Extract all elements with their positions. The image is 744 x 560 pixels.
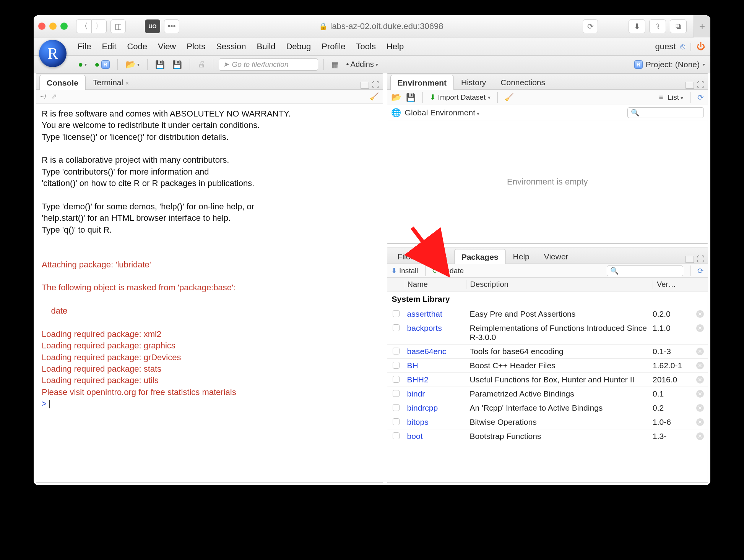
downloads-button[interactable]: ⬇ [629, 19, 645, 33]
pane-max-icon[interactable]: ⛶ [697, 255, 705, 264]
package-row[interactable]: BHH2Useful Functions for Box, Hunter and… [387, 372, 708, 387]
pkg-checkbox[interactable] [393, 376, 400, 383]
env-search-input[interactable]: 🔍 [627, 107, 704, 118]
window-zoom-button[interactable] [60, 23, 68, 30]
pkg-checkbox[interactable] [393, 432, 400, 439]
package-row[interactable]: bootBootstrap Functions1.3-✕ [387, 429, 708, 443]
pkg-name-link[interactable]: assertthat [405, 309, 466, 319]
pkg-name-link[interactable]: bindrcpp [405, 403, 466, 413]
pkg-checkbox[interactable] [393, 418, 400, 425]
save-workspace-button[interactable]: 💾 [406, 93, 416, 102]
goto-file-function-input[interactable]: ➤ Go to file/function [219, 58, 318, 71]
remove-pkg-button[interactable]: ✕ [696, 310, 704, 318]
list-mode-dropdown[interactable]: List [668, 93, 683, 102]
more-button[interactable]: ••• [164, 19, 179, 33]
package-row[interactable]: backportsReimplementations of Functions … [387, 321, 708, 344]
grid-icon[interactable]: ▦ [329, 59, 341, 70]
pkg-name-link[interactable]: base64enc [405, 347, 466, 356]
remove-pkg-button[interactable]: ✕ [696, 324, 704, 332]
console-popout-icon[interactable]: ⇗ [51, 92, 57, 101]
remove-pkg-button[interactable]: ✕ [696, 404, 704, 412]
pane-min-button[interactable] [361, 82, 369, 89]
menu-session[interactable]: Session [216, 42, 246, 52]
new-file-button[interactable]: ●▾ [76, 59, 89, 70]
package-row[interactable]: base64encTools for base64 encoding0.1-3✕ [387, 344, 708, 358]
pkg-checkbox[interactable] [393, 362, 400, 369]
menu-help[interactable]: Help [387, 42, 404, 52]
menu-plots[interactable]: Plots [187, 42, 205, 52]
menu-code[interactable]: Code [127, 42, 147, 52]
close-icon[interactable]: × [125, 80, 129, 86]
tab-environment[interactable]: Environment [390, 75, 454, 90]
pkg-name-link[interactable]: boot [405, 432, 466, 441]
pane-max-icon[interactable]: ⛶ [697, 81, 705, 89]
menu-profile[interactable]: Profile [322, 42, 345, 52]
reload-button[interactable]: ⟳ [583, 19, 598, 33]
remove-pkg-button[interactable]: ✕ [696, 362, 704, 369]
save-button[interactable]: 💾 [153, 59, 167, 70]
pkg-name-link[interactable]: BHH2 [405, 375, 466, 384]
pkg-checkbox[interactable] [393, 348, 400, 354]
import-dataset-button[interactable]: ⬇ Import Dataset [430, 93, 491, 102]
menu-debug[interactable]: Debug [286, 42, 311, 52]
new-tab-button[interactable]: + [694, 15, 710, 37]
tab-console[interactable]: Console [39, 75, 86, 90]
pane-max-icon[interactable]: ⛶ [372, 81, 380, 89]
tabs-button[interactable]: ⧉ [670, 19, 687, 33]
pkg-table-body[interactable]: System Library assertthatEasy Pre and Po… [387, 291, 708, 482]
pkg-name-link[interactable]: bindr [405, 389, 466, 398]
window-close-button[interactable] [38, 23, 45, 30]
tab-plots[interactable]: Plots [422, 249, 454, 264]
address-bar[interactable]: 🔒 labs-az-02.oit.duke.edu:30698 [319, 21, 443, 31]
package-row[interactable]: bindrcppAn 'Rcpp' Interface to Active Bi… [387, 401, 708, 415]
pkg-checkbox[interactable] [393, 390, 400, 397]
remove-pkg-button[interactable]: ✕ [696, 418, 704, 426]
tab-viewer[interactable]: Viewer [537, 249, 576, 264]
open-file-button[interactable]: 📂▾ [123, 59, 142, 70]
addins-dropdown[interactable]: • Addins [344, 59, 380, 70]
package-row[interactable]: bitopsBitwise Operations1.0-6✕ [387, 415, 708, 429]
pkg-checkbox[interactable] [393, 324, 400, 331]
clear-env-button[interactable]: 🧹 [505, 93, 514, 102]
tab-files[interactable]: Files [390, 249, 422, 264]
new-project-button[interactable]: ●R [92, 59, 112, 70]
remove-pkg-button[interactable]: ✕ [696, 390, 704, 398]
tab-history[interactable]: History [454, 74, 493, 89]
print-button[interactable]: 🖨 [195, 59, 208, 70]
refresh-pkg-button[interactable]: ⟳ [697, 266, 704, 275]
menu-file[interactable]: File [78, 42, 91, 52]
signout-icon[interactable]: ⎋ [680, 42, 685, 52]
load-workspace-button[interactable]: 📂 [391, 92, 401, 102]
console-output[interactable]: R is free software and comes with ABSOLU… [36, 104, 383, 482]
pane-min-button[interactable] [686, 82, 694, 89]
pkg-name-link[interactable]: BH [405, 361, 466, 370]
pkg-name-link[interactable]: backports [405, 324, 466, 333]
window-minimize-button[interactable] [49, 23, 57, 30]
menu-build[interactable]: Build [257, 42, 275, 52]
tab-help[interactable]: Help [506, 249, 537, 264]
package-row[interactable]: BHBoost C++ Header Files1.62.0-1✕ [387, 358, 708, 372]
package-row[interactable]: assertthatEasy Pre and Post Assertions0.… [387, 307, 708, 321]
share-button[interactable]: ⇪ [649, 19, 666, 33]
tab-connections[interactable]: Connections [493, 74, 552, 89]
menu-tools[interactable]: Tools [356, 42, 376, 52]
browser-forward-button[interactable]: 〉 [91, 19, 107, 33]
pane-min-button[interactable] [686, 256, 694, 263]
refresh-env-button[interactable]: ⟳ [697, 93, 704, 102]
remove-pkg-button[interactable]: ✕ [696, 432, 704, 440]
tab-packages[interactable]: Packages [454, 249, 506, 264]
pkg-name-link[interactable]: bitops [405, 418, 466, 427]
env-scope-dropdown[interactable]: Global Environment [405, 108, 479, 117]
col-version[interactable]: Ver… [653, 280, 692, 289]
remove-pkg-button[interactable]: ✕ [696, 376, 704, 384]
pkg-checkbox[interactable] [393, 310, 400, 317]
save-all-button[interactable]: 💾 [170, 59, 184, 70]
package-row[interactable]: bindrParametrized Active Bindings0.1✕ [387, 387, 708, 401]
remove-pkg-button[interactable]: ✕ [696, 348, 704, 355]
broom-icon[interactable]: 🧹 [370, 92, 379, 101]
power-icon[interactable]: ⏻ [697, 42, 705, 52]
menu-edit[interactable]: Edit [102, 42, 116, 52]
install-packages-button[interactable]: ⬇ Install [391, 266, 418, 275]
adblock-icon[interactable]: UO [145, 19, 160, 33]
pkg-search-input[interactable]: 🔍 [607, 265, 683, 276]
